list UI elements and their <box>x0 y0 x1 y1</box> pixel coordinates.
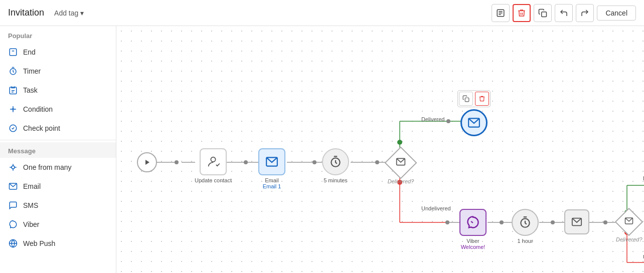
update-contact-node[interactable]: Update contact <box>195 148 232 183</box>
svg-point-52 <box>551 220 555 224</box>
main-layout: Popular End Timer Task Condition <box>0 26 644 273</box>
toolbar-buttons: Cancel <box>492 4 636 22</box>
svg-point-39 <box>397 140 402 145</box>
node-copy-btn[interactable] <box>459 92 473 106</box>
sidebar-item-sms-label: SMS <box>23 201 38 209</box>
add-tag-button[interactable]: Add tag ▾ <box>50 7 88 19</box>
undo-button[interactable] <box>555 4 573 22</box>
sidebar-item-webpush[interactable]: Web Push <box>0 234 116 253</box>
cancel-button[interactable]: Cancel <box>597 6 636 21</box>
delete-button[interactable] <box>513 4 531 22</box>
sidebar-item-condition-label: Condition <box>23 105 53 113</box>
timer-1hour-node[interactable]: 1 hour <box>512 209 539 244</box>
checkpoint-icon <box>8 123 18 133</box>
email-node-2[interactable] <box>564 209 589 234</box>
top-timer-node[interactable] <box>460 109 488 136</box>
sidebar-divider <box>0 140 116 140</box>
sidebar-item-viber-label: Viber <box>23 220 39 228</box>
chevron-down-icon: ▾ <box>80 9 84 17</box>
redo-button[interactable] <box>576 4 594 22</box>
delivered-check-label: Delivered? <box>388 178 414 184</box>
sidebar-item-end-label: End <box>23 48 36 56</box>
end-icon <box>8 47 18 57</box>
viber-icon <box>8 219 18 229</box>
node-delete-btn[interactable] <box>475 92 489 106</box>
svg-rect-5 <box>10 49 17 56</box>
delivered-check-2-label: Delivered? <box>616 236 642 242</box>
svg-point-27 <box>175 160 179 164</box>
sidebar-section-message: Message <box>0 142 116 158</box>
sidebar-item-sms[interactable]: SMS <box>0 196 116 215</box>
add-tag-label: Add tag <box>54 9 78 17</box>
timer-icon <box>8 66 18 76</box>
onefrommany-icon <box>8 162 18 172</box>
email-node[interactable]: Email Email 1 <box>258 148 285 189</box>
svg-rect-4 <box>542 12 547 17</box>
undelivered-label-bottom: Undelivered <box>421 205 451 211</box>
sidebar-item-onefrommany[interactable]: One from many <box>0 158 116 177</box>
delivered-label-top: Delivered <box>421 116 444 122</box>
email-node-label: Email <box>265 177 279 183</box>
sidebar-item-webpush-label: Web Push <box>23 239 55 247</box>
viber-node-sublabel: Welcome! <box>461 244 486 250</box>
svg-point-49 <box>500 220 504 224</box>
svg-point-33 <box>312 160 316 164</box>
header: Invitation Add tag ▾ Cancel <box>0 0 644 26</box>
sidebar-section-popular: Popular <box>0 26 116 43</box>
timer-5min-label: 5 minutes <box>324 177 348 183</box>
svg-point-68 <box>211 157 215 162</box>
sidebar-item-timer[interactable]: Timer <box>0 62 116 81</box>
start-node[interactable] <box>137 152 157 172</box>
condition-icon <box>8 104 18 114</box>
sidebar-item-email[interactable]: Email <box>0 177 116 196</box>
sidebar-item-checkpoint-label: Check point <box>23 124 60 132</box>
svg-point-18 <box>12 166 15 169</box>
sidebar-item-viber[interactable]: Viber <box>0 215 116 234</box>
sidebar-item-task[interactable]: Task <box>0 81 116 100</box>
copy-button[interactable] <box>534 4 552 22</box>
svg-point-55 <box>603 220 607 224</box>
sidebar-item-timer-label: Timer <box>23 67 41 75</box>
sidebar-item-onefrommany-label: One from many <box>23 163 71 171</box>
timer-1hour-label: 1 hour <box>517 238 533 244</box>
delivered-check-2-node[interactable]: Delivered? <box>616 209 642 242</box>
svg-point-46 <box>445 220 449 224</box>
svg-point-36 <box>375 160 379 164</box>
svg-point-12 <box>13 109 14 110</box>
sidebar-item-task-label: Task <box>23 86 38 94</box>
task-icon <box>8 85 18 95</box>
timer-5min-node[interactable]: 5 minutes <box>322 148 349 183</box>
webpush-icon <box>8 238 18 248</box>
update-contact-label: Update contact <box>195 177 232 183</box>
sidebar-item-email-label: Email <box>23 182 41 190</box>
note-button[interactable] <box>492 4 510 22</box>
sidebar: Popular End Timer Task Condition <box>0 26 116 273</box>
sidebar-item-end[interactable]: End <box>0 43 116 62</box>
email-icon <box>8 181 18 191</box>
viber-node-label: Viber <box>466 238 479 244</box>
email-node-sublabel: Email 1 <box>263 183 281 189</box>
canvas[interactable]: Update contact Email Email 1 5 minutes <box>116 26 644 273</box>
viber-node[interactable]: Viber Welcome! <box>459 209 487 250</box>
sidebar-item-condition[interactable]: Condition <box>0 100 116 119</box>
delivered-check-node[interactable]: Delivered? <box>387 149 414 184</box>
svg-rect-73 <box>465 98 469 102</box>
sms-icon <box>8 200 18 210</box>
svg-point-30 <box>244 160 248 164</box>
svg-point-41 <box>446 119 450 123</box>
page-title: Invitation <box>8 8 44 18</box>
svg-marker-67 <box>145 160 149 165</box>
sidebar-item-checkpoint[interactable]: Check point <box>0 119 116 138</box>
